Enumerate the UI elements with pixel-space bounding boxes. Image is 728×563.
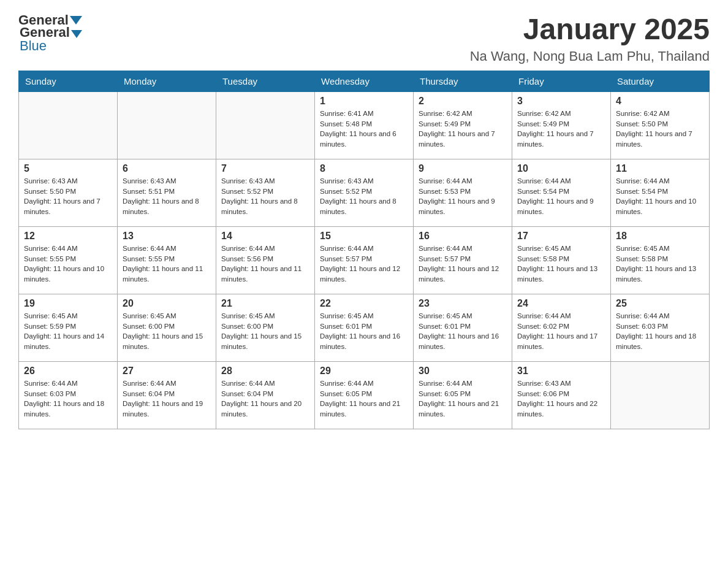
day-info: Sunrise: 6:44 AMSunset: 5:57 PMDaylight:… <box>320 243 408 285</box>
day-number: 21 <box>221 298 309 309</box>
header-thursday: Thursday <box>414 71 512 92</box>
day-number: 27 <box>123 366 211 377</box>
calendar-cell: 19Sunrise: 6:45 AMSunset: 5:59 PMDayligh… <box>19 294 118 362</box>
day-number: 22 <box>320 298 408 309</box>
day-info: Sunrise: 6:44 AMSunset: 6:05 PMDaylight:… <box>320 378 408 419</box>
calendar-cell: 28Sunrise: 6:44 AMSunset: 6:04 PMDayligh… <box>216 362 315 429</box>
calendar-cell: 15Sunrise: 6:44 AMSunset: 5:57 PMDayligh… <box>315 227 414 294</box>
calendar-cell: 11Sunrise: 6:44 AMSunset: 5:54 PMDayligh… <box>611 159 710 227</box>
day-info: Sunrise: 6:41 AMSunset: 5:48 PMDaylight:… <box>320 109 408 150</box>
day-number: 8 <box>320 163 408 174</box>
header-sunday: Sunday <box>19 71 118 92</box>
day-number: 13 <box>123 231 211 242</box>
day-number: 2 <box>419 96 507 107</box>
day-info: Sunrise: 6:44 AMSunset: 5:54 PMDaylight:… <box>517 176 605 217</box>
calendar-cell: 30Sunrise: 6:44 AMSunset: 6:05 PMDayligh… <box>414 362 512 429</box>
day-info: Sunrise: 6:45 AMSunset: 5:59 PMDaylight:… <box>24 311 112 352</box>
title-section: January 2025 Na Wang, Nong Bua Lam Phu, … <box>470 12 710 64</box>
day-number: 1 <box>320 96 408 107</box>
calendar-cell: 5Sunrise: 6:43 AMSunset: 5:50 PMDaylight… <box>19 159 118 227</box>
day-info: Sunrise: 6:42 AMSunset: 5:49 PMDaylight:… <box>517 109 605 150</box>
week-row-0: 1Sunrise: 6:41 AMSunset: 5:48 PMDaylight… <box>19 92 710 159</box>
day-info: Sunrise: 6:42 AMSunset: 5:50 PMDaylight:… <box>616 109 704 150</box>
calendar-cell: 4Sunrise: 6:42 AMSunset: 5:50 PMDaylight… <box>611 92 710 159</box>
calendar-cell <box>611 362 710 429</box>
day-info: Sunrise: 6:44 AMSunset: 6:03 PMDaylight:… <box>24 378 112 419</box>
day-info: Sunrise: 6:43 AMSunset: 5:52 PMDaylight:… <box>221 176 309 217</box>
calendar-cell: 22Sunrise: 6:45 AMSunset: 6:01 PMDayligh… <box>315 294 414 362</box>
day-info: Sunrise: 6:44 AMSunset: 5:53 PMDaylight:… <box>419 176 507 217</box>
logo-arrow-icon <box>70 16 82 25</box>
day-info: Sunrise: 6:44 AMSunset: 6:04 PMDaylight:… <box>221 378 309 419</box>
calendar-cell: 7Sunrise: 6:43 AMSunset: 5:52 PMDaylight… <box>216 159 315 227</box>
calendar-cell: 27Sunrise: 6:44 AMSunset: 6:04 PMDayligh… <box>118 362 216 429</box>
calendar-cell: 2Sunrise: 6:42 AMSunset: 5:49 PMDaylight… <box>414 92 512 159</box>
day-number: 17 <box>517 231 605 242</box>
logo: General General Blue <box>18 12 83 54</box>
day-number: 3 <box>517 96 605 107</box>
day-number: 14 <box>221 231 309 242</box>
calendar-cell: 26Sunrise: 6:44 AMSunset: 6:03 PMDayligh… <box>19 362 118 429</box>
day-number: 12 <box>24 231 112 242</box>
day-info: Sunrise: 6:43 AMSunset: 5:50 PMDaylight:… <box>24 176 112 217</box>
calendar-cell: 31Sunrise: 6:43 AMSunset: 6:06 PMDayligh… <box>512 362 611 429</box>
day-number: 5 <box>24 163 112 174</box>
day-info: Sunrise: 6:43 AMSunset: 5:52 PMDaylight:… <box>320 176 408 217</box>
calendar-cell <box>118 92 216 159</box>
calendar-cell: 8Sunrise: 6:43 AMSunset: 5:52 PMDaylight… <box>315 159 414 227</box>
day-number: 16 <box>419 231 507 242</box>
calendar-cell: 1Sunrise: 6:41 AMSunset: 5:48 PMDaylight… <box>315 92 414 159</box>
week-row-3: 19Sunrise: 6:45 AMSunset: 5:59 PMDayligh… <box>19 294 710 362</box>
logo-arrow-icon2 <box>71 30 82 38</box>
day-number: 19 <box>24 298 112 309</box>
calendar-cell: 20Sunrise: 6:45 AMSunset: 6:00 PMDayligh… <box>118 294 216 362</box>
calendar-cell: 10Sunrise: 6:44 AMSunset: 5:54 PMDayligh… <box>512 159 611 227</box>
calendar-cell: 13Sunrise: 6:44 AMSunset: 5:55 PMDayligh… <box>118 227 216 294</box>
day-info: Sunrise: 6:45 AMSunset: 6:01 PMDaylight:… <box>320 311 408 352</box>
week-row-1: 5Sunrise: 6:43 AMSunset: 5:50 PMDaylight… <box>19 159 710 227</box>
day-info: Sunrise: 6:44 AMSunset: 5:56 PMDaylight:… <box>221 243 309 285</box>
day-number: 23 <box>419 298 507 309</box>
day-number: 20 <box>123 298 211 309</box>
day-number: 26 <box>24 366 112 377</box>
day-number: 31 <box>517 366 605 377</box>
calendar-cell: 12Sunrise: 6:44 AMSunset: 5:55 PMDayligh… <box>19 227 118 294</box>
calendar-cell: 14Sunrise: 6:44 AMSunset: 5:56 PMDayligh… <box>216 227 315 294</box>
week-row-2: 12Sunrise: 6:44 AMSunset: 5:55 PMDayligh… <box>19 227 710 294</box>
calendar-cell: 18Sunrise: 6:45 AMSunset: 5:58 PMDayligh… <box>611 227 710 294</box>
calendar-cell: 29Sunrise: 6:44 AMSunset: 6:05 PMDayligh… <box>315 362 414 429</box>
calendar-cell: 17Sunrise: 6:45 AMSunset: 5:58 PMDayligh… <box>512 227 611 294</box>
day-info: Sunrise: 6:44 AMSunset: 6:05 PMDaylight:… <box>419 378 507 419</box>
day-number: 15 <box>320 231 408 242</box>
calendar-cell: 24Sunrise: 6:44 AMSunset: 6:02 PMDayligh… <box>512 294 611 362</box>
day-number: 6 <box>123 163 211 174</box>
day-info: Sunrise: 6:44 AMSunset: 6:03 PMDaylight:… <box>616 311 704 352</box>
day-number: 10 <box>517 163 605 174</box>
day-info: Sunrise: 6:45 AMSunset: 6:00 PMDaylight:… <box>123 311 211 352</box>
day-info: Sunrise: 6:44 AMSunset: 5:55 PMDaylight:… <box>123 243 211 285</box>
calendar-cell: 25Sunrise: 6:44 AMSunset: 6:03 PMDayligh… <box>611 294 710 362</box>
day-number: 11 <box>616 163 704 174</box>
logo-blue-text: Blue <box>20 38 47 53</box>
calendar-cell <box>19 92 118 159</box>
day-number: 4 <box>616 96 704 107</box>
day-info: Sunrise: 6:43 AMSunset: 6:06 PMDaylight:… <box>517 378 605 419</box>
day-info: Sunrise: 6:44 AMSunset: 6:02 PMDaylight:… <box>517 311 605 352</box>
calendar-header-row: SundayMondayTuesdayWednesdayThursdayFrid… <box>19 71 710 92</box>
day-info: Sunrise: 6:44 AMSunset: 5:55 PMDaylight:… <box>24 243 112 285</box>
day-info: Sunrise: 6:42 AMSunset: 5:49 PMDaylight:… <box>419 109 507 150</box>
calendar-cell: 3Sunrise: 6:42 AMSunset: 5:49 PMDaylight… <box>512 92 611 159</box>
day-number: 28 <box>221 366 309 377</box>
calendar-cell: 6Sunrise: 6:43 AMSunset: 5:51 PMDaylight… <box>118 159 216 227</box>
day-info: Sunrise: 6:44 AMSunset: 6:04 PMDaylight:… <box>123 378 211 419</box>
header-monday: Monday <box>118 71 216 92</box>
header-wednesday: Wednesday <box>315 71 414 92</box>
calendar-table: SundayMondayTuesdayWednesdayThursdayFrid… <box>18 71 710 429</box>
week-row-4: 26Sunrise: 6:44 AMSunset: 6:03 PMDayligh… <box>19 362 710 429</box>
day-info: Sunrise: 6:45 AMSunset: 6:01 PMDaylight:… <box>419 311 507 352</box>
calendar-cell: 23Sunrise: 6:45 AMSunset: 6:01 PMDayligh… <box>414 294 512 362</box>
location-title: Na Wang, Nong Bua Lam Phu, Thailand <box>470 48 710 64</box>
day-number: 7 <box>221 163 309 174</box>
calendar-cell: 9Sunrise: 6:44 AMSunset: 5:53 PMDaylight… <box>414 159 512 227</box>
calendar-cell <box>216 92 315 159</box>
